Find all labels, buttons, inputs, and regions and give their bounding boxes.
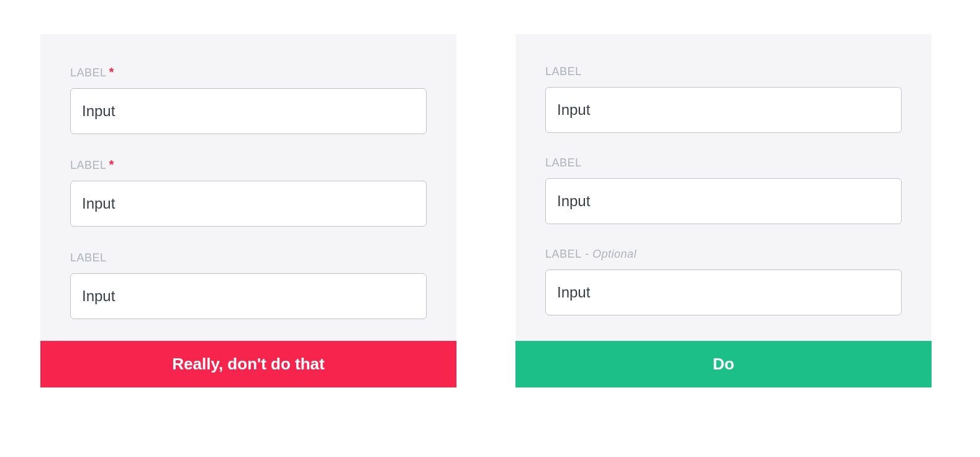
label-text: LABEL [545, 156, 582, 169]
field-label: LABEL [545, 65, 902, 78]
do-field-3: LABEL - Optional Input [545, 248, 902, 315]
field-label: LABEL [545, 156, 902, 170]
field-label: LABEL* [70, 158, 427, 172]
required-asterisk-icon: * [109, 158, 114, 171]
do-field-2: LABEL Input [545, 156, 902, 224]
label-text: LABEL [545, 65, 582, 78]
label-text: LABEL [545, 248, 582, 260]
do-banner: Do [515, 341, 932, 387]
dont-panel: LABEL* Input LABEL* Input LABEL Input Re… [40, 34, 456, 387]
dont-banner: Really, don't do that [40, 341, 456, 387]
label-text: LABEL [70, 66, 107, 79]
text-input[interactable]: Input [70, 273, 427, 319]
optional-suffix: - Optional [582, 248, 637, 260]
required-asterisk-icon: * [109, 65, 114, 79]
text-input[interactable]: Input [545, 178, 902, 224]
text-input[interactable]: Input [70, 88, 427, 134]
field-label: LABEL [70, 250, 427, 265]
do-field-1: LABEL Input [545, 65, 902, 133]
text-input[interactable]: Input [545, 269, 902, 315]
label-text: LABEL [70, 251, 107, 264]
field-label: LABEL - Optional [545, 248, 902, 261]
field-label: LABEL* [70, 65, 427, 79]
do-panel: LABEL Input LABEL Input LABEL - Optional… [515, 34, 932, 387]
do-panel-body: LABEL Input LABEL Input LABEL - Optional… [515, 34, 932, 341]
text-input[interactable]: Input [545, 87, 902, 133]
dont-field-1: LABEL* Input [70, 65, 427, 134]
text-input[interactable]: Input [70, 181, 427, 227]
dont-field-3: LABEL Input [70, 250, 427, 319]
label-text: LABEL [70, 159, 107, 171]
dont-field-2: LABEL* Input [70, 158, 427, 227]
dont-panel-body: LABEL* Input LABEL* Input LABEL Input [40, 34, 456, 341]
